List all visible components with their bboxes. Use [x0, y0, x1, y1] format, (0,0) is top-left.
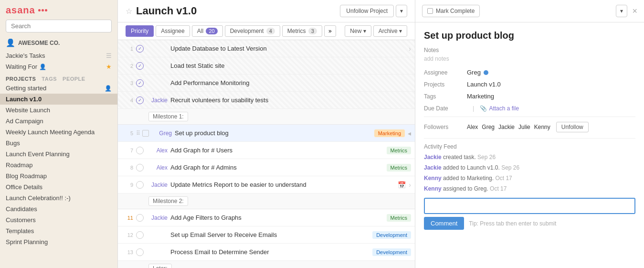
collapse-icon[interactable]: ◂	[408, 129, 411, 137]
sidebar-item-bugs[interactable]: Bugs	[0, 138, 117, 149]
launch-celebration-label: Launch Celebration!! :-)	[6, 194, 71, 202]
filter-metrics-button[interactable]: Metrics 3	[282, 25, 322, 37]
sidebar-item-roadmap[interactable]: Roadmap	[0, 160, 117, 171]
asana-logo: asana	[6, 5, 112, 16]
unfollow-project-button[interactable]: Unfollow Project	[340, 5, 394, 17]
task-checkbox[interactable]: ✓	[136, 45, 144, 53]
unfollow-button[interactable]: Unfollow	[556, 122, 589, 132]
tab-projects[interactable]: PROJECTS	[6, 76, 36, 82]
filter-new-button[interactable]: New ▾	[345, 25, 371, 37]
sidebar-item-templates[interactable]: Templates	[0, 225, 117, 236]
sidebar-item-jackies-tasks[interactable]: Jackie's Tasks ☰	[0, 50, 117, 61]
task-assignee: Greg	[152, 130, 172, 137]
blog-roadmap-label: Blog Roadmap	[6, 172, 47, 180]
task-name: Process Email to Determine Sender	[170, 248, 369, 256]
task-checkbox[interactable]: ✓	[136, 62, 144, 70]
add-notes-button[interactable]: add notes	[424, 55, 635, 62]
waiting-for-label: Waiting For	[6, 63, 37, 70]
chevron-right-icon: ›	[409, 45, 411, 53]
sidebar-item-launch-celebration[interactable]: Launch Celebration!! :-)	[0, 193, 117, 204]
sidebar-item-getting-started[interactable]: Getting started 👤	[0, 83, 117, 94]
task-num: 5	[122, 130, 133, 136]
table-row[interactable]: 8 Alex Add Graph for # Admins Metrics	[118, 159, 415, 176]
task-checkbox[interactable]: ✓	[136, 96, 144, 104]
sidebar-item-sprint-planning[interactable]: Sprint Planning	[0, 236, 117, 247]
project-dropdown-button[interactable]: ▾	[396, 5, 407, 17]
assignee-label: Assignee	[424, 69, 467, 76]
task-checkbox[interactable]	[136, 164, 144, 172]
sidebar-item-weekly-launch[interactable]: Weekly Launch Meeting Agenda	[0, 127, 117, 138]
projects-label: Projects	[424, 81, 467, 88]
task-checkbox[interactable]	[136, 248, 144, 256]
task-checkbox[interactable]	[136, 214, 144, 222]
table-row[interactable]: 9 Jackie Update Metrics Report to be eas…	[118, 176, 415, 193]
filter-more-button[interactable]: »	[324, 25, 336, 37]
table-row[interactable]: 13 Process Email to Determine Sender Dev…	[118, 244, 415, 261]
detail-dropdown-button[interactable]: ▾	[616, 5, 627, 17]
sidebar-header: asana	[0, 0, 117, 35]
comment-button[interactable]: Comment	[424, 217, 464, 230]
search-input[interactable]	[6, 20, 112, 32]
getting-started-label: Getting started	[6, 85, 46, 92]
candidates-label: Candidates	[6, 205, 37, 213]
table-row[interactable]: 7 Alex Add Graph for # Users Metrics	[118, 142, 415, 159]
chevron-right-icon: ›	[409, 181, 411, 189]
attach-file-button[interactable]: 📎 Attach a file	[480, 105, 519, 112]
tab-people[interactable]: PEOPLE	[63, 76, 85, 82]
sidebar-item-candidates[interactable]: Candidates	[0, 204, 117, 214]
close-button[interactable]: ×	[632, 6, 637, 16]
task-assignee: Alex	[148, 147, 168, 154]
filter-assignee-button[interactable]: Assignee	[156, 25, 190, 37]
sidebar-item-launch-v1[interactable]: Launch v1.0	[0, 94, 117, 105]
tags-value: Marketing	[467, 93, 494, 100]
filter-priority-button[interactable]: Priority	[126, 25, 154, 37]
comment-input[interactable]	[424, 198, 635, 214]
task-name: Update Database to Latest Version	[170, 45, 406, 52]
task-num: 1	[122, 46, 133, 52]
milestone-2-row: Milestone 2:	[118, 193, 415, 209]
task-name: Set up Email Server to Receive Emails	[170, 231, 369, 238]
sidebar-item-customers[interactable]: Customers	[0, 214, 117, 225]
task-checkbox[interactable]	[142, 130, 149, 137]
notes-label: Notes	[424, 47, 635, 54]
table-row[interactable]: 11 Jackie Add Age Filters to Graphs Metr…	[118, 209, 415, 226]
project-star-icon[interactable]: ☆	[126, 7, 132, 16]
task-checkbox[interactable]	[136, 147, 144, 154]
comment-tip: Tip: Press tab then enter to submit	[469, 220, 556, 227]
task-name: Load test Static site	[170, 62, 411, 69]
mark-complete-button[interactable]: Mark Complete	[422, 5, 480, 17]
task-checkbox[interactable]: ✓	[136, 79, 144, 87]
sidebar-item-ad-campaign[interactable]: Ad Campaign	[0, 116, 117, 127]
task-num: 4	[122, 97, 133, 103]
sidebar-item-office-details[interactable]: Office Details	[0, 182, 117, 193]
table-row[interactable]: 5 ⠿ Greg Set up product blog Marketing ◂	[118, 125, 415, 142]
task-checkbox[interactable]	[136, 231, 144, 239]
activity-person: Kenny	[424, 185, 442, 192]
task-num: 12	[122, 232, 133, 238]
filter-development-button[interactable]: Development 4	[225, 25, 280, 37]
sidebar-item-launch-event[interactable]: Launch Event Planning	[0, 149, 117, 160]
sidebar-item-blog-roadmap[interactable]: Blog Roadmap	[0, 171, 117, 182]
filter-all-button[interactable]: All 20	[192, 25, 223, 37]
table-row[interactable]: 4 ✓ Jackie Recruit volunteers for usabil…	[118, 92, 415, 109]
table-row[interactable]: 2 ✓ Load test Static site	[118, 57, 415, 75]
task-assignee: Jackie	[148, 182, 168, 188]
filter-archive-button[interactable]: Archive ▾	[373, 25, 407, 37]
task-name: Add Age Filters to Graphs	[170, 214, 383, 221]
divider	[424, 117, 635, 117]
sidebar-item-website-launch[interactable]: Website Launch	[0, 105, 117, 116]
followers-row: Followers Alex Greg Jackie Julie Kenny U…	[424, 122, 635, 132]
table-row[interactable]: 3 ✓ Add Performance Monitoring	[118, 75, 415, 92]
bugs-label: Bugs	[6, 139, 20, 147]
table-row[interactable]: 1 ✓ Update Database to Latest Version ›	[118, 40, 415, 57]
table-row[interactable]: 12 Set up Email Server to Receive Emails…	[118, 226, 415, 244]
tab-tags[interactable]: TAGS	[42, 76, 57, 82]
detail-title: Set up product blog	[424, 30, 635, 41]
assignee-value: Greg	[467, 69, 481, 76]
sidebar-item-waiting-for[interactable]: Waiting For 👤 ★	[0, 61, 117, 72]
sprint-planning-label: Sprint Planning	[6, 238, 48, 246]
complete-checkbox-icon	[427, 8, 433, 14]
activity-item-1: Jackie created task. Sep 26	[424, 153, 635, 161]
task-checkbox[interactable]	[136, 181, 144, 189]
list-icon: ☰	[106, 52, 112, 59]
